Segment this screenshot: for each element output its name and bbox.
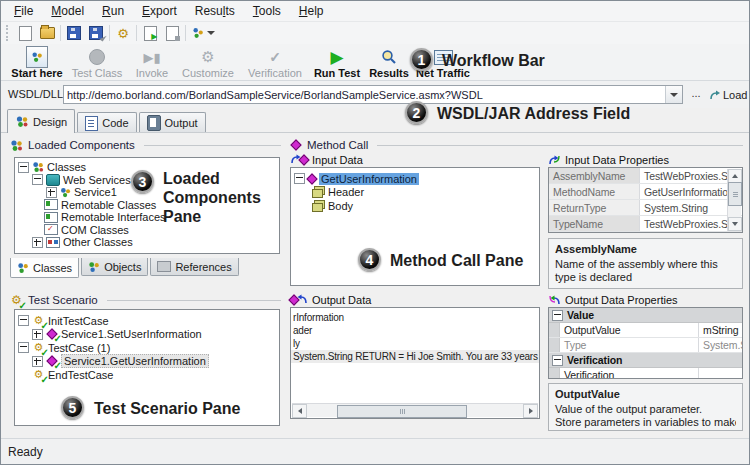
open-button[interactable] xyxy=(36,24,58,43)
property-description-text: Value of the output parameter. xyxy=(555,403,736,416)
output-data-properties-header: Output Data Properties xyxy=(548,293,743,306)
toolbar-grip[interactable] xyxy=(6,25,11,41)
workflow-dropdown-button[interactable] xyxy=(188,24,218,43)
scroll-up-button[interactable] xyxy=(728,169,742,183)
tree-item-body[interactable]: Body xyxy=(291,199,539,213)
category-value[interactable]: Value xyxy=(549,308,742,323)
horizontal-scrollbar[interactable] xyxy=(292,403,538,417)
tab-design[interactable]: Design xyxy=(7,109,75,133)
output-data-icon xyxy=(290,294,308,305)
scroll-down-button[interactable] xyxy=(728,217,742,231)
workflow-button-label: Test Class xyxy=(72,67,123,79)
menu-export[interactable]: Export xyxy=(133,2,186,20)
browse-button[interactable]: ... xyxy=(687,87,705,103)
vertical-scrollbar[interactable] xyxy=(727,169,741,231)
save-as-button[interactable] xyxy=(85,24,107,43)
workflow-button-label: Run Test xyxy=(314,67,360,79)
section-title: Input Data Properties xyxy=(565,154,669,166)
menu-model[interactable]: Model xyxy=(42,2,93,20)
input-data-properties-icon xyxy=(548,154,561,166)
collapse-icon[interactable] xyxy=(18,342,29,353)
tab-label: Design xyxy=(33,116,67,128)
menu-run[interactable]: Run xyxy=(93,2,133,20)
workflow-run-test-button[interactable]: ▶ Run Test xyxy=(311,45,363,79)
collapse-icon[interactable] xyxy=(552,310,563,321)
tab-classes[interactable]: Classes xyxy=(10,258,79,278)
tree-item-other-classes[interactable]: Other Classes xyxy=(15,236,279,249)
customize-icon: ⚙ xyxy=(201,47,214,67)
workflow-results-button[interactable]: Results xyxy=(365,45,413,79)
category-label: Value xyxy=(567,309,594,321)
wsdl-address-field[interactable] xyxy=(63,85,683,104)
annotation-badge-5: 5 xyxy=(61,396,84,419)
tab-code[interactable]: Code xyxy=(77,112,136,133)
workflow-verification-button[interactable]: ✓ Verification xyxy=(241,45,309,79)
address-dropdown-button[interactable] xyxy=(665,86,682,103)
test-scenario-header: ⚙✓ Test Scenario xyxy=(10,293,281,307)
category-verification[interactable]: Verification xyxy=(549,353,742,368)
export-results-button[interactable]: ▶ xyxy=(139,24,161,43)
tree-item-label: COM Classes xyxy=(61,224,129,236)
start-here-icon xyxy=(26,46,48,68)
property-row-typename[interactable]: TypeName TestWebProxies.Service xyxy=(549,216,742,232)
collapse-icon[interactable] xyxy=(18,315,29,326)
collapse-icon[interactable] xyxy=(18,162,29,173)
property-row-returntype[interactable]: ReturnType System.String xyxy=(549,200,742,216)
collapse-icon[interactable] xyxy=(294,173,305,184)
workflow-tree-icon xyxy=(192,27,204,39)
property-row-assemblyname[interactable]: AssemblyName TestWebProxies.Service xyxy=(549,168,742,184)
app-window: File Model Run Export Results Tools Help… xyxy=(0,0,750,465)
property-name: TypeName xyxy=(549,216,640,231)
open-folder-icon xyxy=(40,27,55,39)
menu-file[interactable]: File xyxy=(5,2,42,20)
scrollbar-thumb[interactable] xyxy=(337,405,467,418)
tree-item-getuserinformation[interactable]: ✓ Service1.GetUserInformation xyxy=(15,355,279,369)
load-button[interactable]: Load xyxy=(709,86,747,104)
property-row-methodname[interactable]: MethodName GetUserInformation xyxy=(549,184,742,200)
workflow-customize-button[interactable]: ⚙ Customize xyxy=(177,45,239,79)
settings-button[interactable]: ⚙ xyxy=(112,24,134,43)
output-data-pane[interactable]: rInformation ader ly System.String RETUR… xyxy=(290,307,540,419)
expand-icon[interactable] xyxy=(32,329,43,340)
annotation-label-test-scenario: Test Scenario Pane xyxy=(94,399,240,418)
section-title: Output Data Properties xyxy=(565,294,678,306)
chevron-down-icon xyxy=(207,31,215,35)
results-magnifier-icon xyxy=(381,47,397,67)
wsdl-address-input[interactable] xyxy=(64,89,665,101)
expand-icon[interactable] xyxy=(32,356,43,367)
workflow-start-here-button[interactable]: Start here xyxy=(9,45,65,79)
collapse-icon[interactable] xyxy=(32,174,43,185)
input-properties-grid: AssemblyName TestWebProxies.Service Meth… xyxy=(548,167,743,233)
menu-help[interactable]: Help xyxy=(290,2,333,20)
tree-item-setuserinformation[interactable]: ✓ Service1.SetUserInformation xyxy=(15,328,279,342)
property-row-outputvalue[interactable]: OutputValue mString xyxy=(549,323,742,338)
output-return-line: System.String RETURN = Hi Joe Smith. You… xyxy=(291,350,539,363)
scroll-right-button[interactable] xyxy=(523,404,538,418)
export-report-button[interactable] xyxy=(161,24,183,43)
save-button[interactable] xyxy=(63,24,85,43)
tab-output[interactable]: Output xyxy=(139,112,206,133)
collapse-icon[interactable] xyxy=(552,355,563,366)
expand-icon[interactable] xyxy=(46,187,57,198)
tree-item-header[interactable]: Header xyxy=(291,186,539,200)
testcase-icon: ⚙✓ xyxy=(32,369,45,381)
tab-objects[interactable]: Objects xyxy=(81,258,148,276)
property-row-verification[interactable]: Verification xyxy=(549,368,742,379)
menu-tools[interactable]: Tools xyxy=(244,2,290,20)
new-file-button[interactable] xyxy=(14,24,36,43)
property-row-type[interactable]: Type System.S xyxy=(549,338,742,353)
status-text: Ready xyxy=(8,445,43,459)
workflow-test-class-button[interactable]: Test Class xyxy=(67,45,127,79)
scrollbar-thumb[interactable] xyxy=(728,182,742,206)
expand-icon[interactable] xyxy=(32,237,43,248)
tree-item-inittestcase[interactable]: ⚙✓ InitTestCase xyxy=(15,314,279,328)
tab-references[interactable]: References xyxy=(150,258,238,276)
category-label: Verification xyxy=(567,354,622,366)
section-title: Input Data xyxy=(312,154,363,166)
workflow-invoke-button[interactable]: ▶▮ Invoke xyxy=(129,45,175,79)
run-test-icon: ▶ xyxy=(330,47,343,67)
menu-results[interactable]: Results xyxy=(186,2,244,20)
scroll-left-button[interactable] xyxy=(292,404,307,418)
property-value[interactable]: mString xyxy=(699,324,742,336)
tree-item-getuserinformation-input[interactable]: GetUserInformation xyxy=(291,172,539,186)
